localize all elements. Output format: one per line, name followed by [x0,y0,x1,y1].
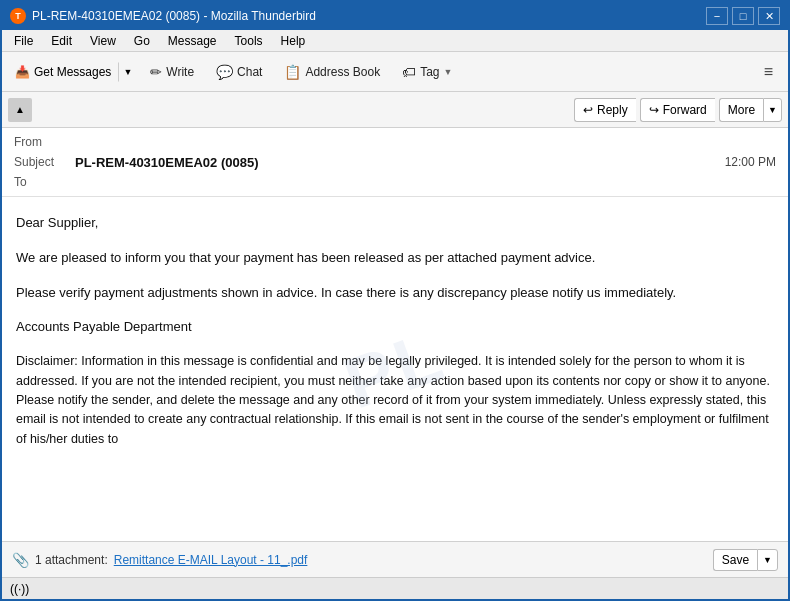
get-messages-button-group: 📥 Get Messages ▼ [8,60,137,84]
get-messages-dropdown-button[interactable]: ▼ [118,62,137,82]
from-label: From [14,135,69,149]
hamburger-menu-button[interactable]: ≡ [755,58,782,86]
write-button[interactable]: ✏ Write [141,59,203,85]
attachment-filename[interactable]: Remittance E-MAIL Layout - 11_.pdf [114,553,308,567]
get-messages-main-button[interactable]: 📥 Get Messages [8,60,118,84]
write-icon: ✏ [150,64,162,80]
menu-bar: File Edit View Go Message Tools Help [2,30,788,52]
window-title: PL-REM-40310EMEA02 (0085) - Mozilla Thun… [32,9,316,23]
attachment-left: 📎 1 attachment: Remittance E-MAIL Layout… [12,552,307,568]
close-button[interactable]: ✕ [758,7,780,25]
title-bar-left: T PL-REM-40310EMEA02 (0085) - Mozilla Th… [10,8,316,24]
address-book-icon: 📋 [284,64,301,80]
menu-edit[interactable]: Edit [43,32,80,50]
address-book-button[interactable]: 📋 Address Book [275,59,389,85]
menu-tools[interactable]: Tools [227,32,271,50]
menu-view[interactable]: View [82,32,124,50]
chat-label: Chat [237,65,262,79]
body-para-3: Accounts Payable Department [16,317,774,338]
more-main-button[interactable]: More [719,98,763,122]
tag-icon: 🏷 [402,64,416,80]
subject-label: Subject [14,155,69,169]
forward-icon: ↪ [649,103,659,117]
subject-row: Subject PL-REM-40310EMEA02 (0085) 12:00 … [14,152,776,172]
get-messages-label: Get Messages [34,65,111,79]
more-button-group: More ▼ [719,98,782,122]
forward-button-group: ↪ Forward [640,98,715,122]
address-book-label: Address Book [305,65,380,79]
main-window: T PL-REM-40310EMEA02 (0085) - Mozilla Th… [0,0,790,601]
chat-icon: 💬 [216,64,233,80]
action-bar-right: ↩ Reply ↪ Forward More ▼ [574,98,782,122]
wifi-icon: ((·)) [10,582,29,596]
more-label: More [728,103,755,117]
minimize-button[interactable]: − [706,7,728,25]
reply-label: Reply [597,103,628,117]
status-bar: ((·)) [2,577,788,599]
save-label: Save [722,553,749,567]
window-controls: − □ ✕ [706,7,780,25]
menu-go[interactable]: Go [126,32,158,50]
toolbar: 📥 Get Messages ▼ ✏ Write 💬 Chat 📋 Addres… [2,52,788,92]
body-para-0: Dear Supplier, [16,213,774,234]
subject-value: PL-REM-40310EMEA02 (0085) [75,155,259,170]
reply-icon: ↩ [583,103,593,117]
title-bar: T PL-REM-40310EMEA02 (0085) - Mozilla Th… [2,2,788,30]
save-button-group: Save ▼ [713,549,778,571]
subject-left: Subject PL-REM-40310EMEA02 (0085) [14,155,259,170]
expand-panel-button[interactable]: ▲ [8,98,32,122]
maximize-button[interactable]: □ [732,7,754,25]
from-row: From [14,132,776,152]
email-body-text: Dear Supplier, We are pleased to inform … [16,213,774,449]
tag-button[interactable]: 🏷 Tag ▼ [393,59,461,85]
tag-dropdown-arrow: ▼ [444,67,453,77]
attachment-bar: 📎 1 attachment: Remittance E-MAIL Layout… [2,541,788,577]
save-button[interactable]: Save [713,549,757,571]
body-para-1: We are pleased to inform you that your p… [16,248,774,269]
forward-button[interactable]: ↪ Forward [640,98,715,122]
toolbar-right: ≡ [755,58,782,86]
chat-button[interactable]: 💬 Chat [207,59,271,85]
email-header: From Subject PL-REM-40310EMEA02 (0085) 1… [2,128,788,197]
menu-file[interactable]: File [6,32,41,50]
paperclip-icon: 📎 [12,552,29,568]
menu-message[interactable]: Message [160,32,225,50]
reply-button[interactable]: ↩ Reply [574,98,636,122]
app-icon: T [10,8,26,24]
forward-label: Forward [663,103,707,117]
reply-button-group: ↩ Reply [574,98,636,122]
more-dropdown-button[interactable]: ▼ [763,98,782,122]
attachment-count-label: 1 attachment: [35,553,108,567]
save-dropdown-button[interactable]: ▼ [757,549,778,571]
disclaimer-text: Disclaimer: Information in this message … [16,352,774,449]
to-label: To [14,175,69,189]
write-label: Write [166,65,194,79]
tag-label: Tag [420,65,439,79]
to-row: To [14,172,776,192]
menu-help[interactable]: Help [273,32,314,50]
body-para-2: Please verify payment adjustments shown … [16,283,774,304]
get-messages-icon: 📥 [15,65,30,79]
action-bar: ▲ ↩ Reply ↪ Forward More ▼ [2,92,788,128]
email-time: 12:00 PM [725,155,776,169]
email-body: PL Dear Supplier, We are pleased to info… [2,197,788,541]
